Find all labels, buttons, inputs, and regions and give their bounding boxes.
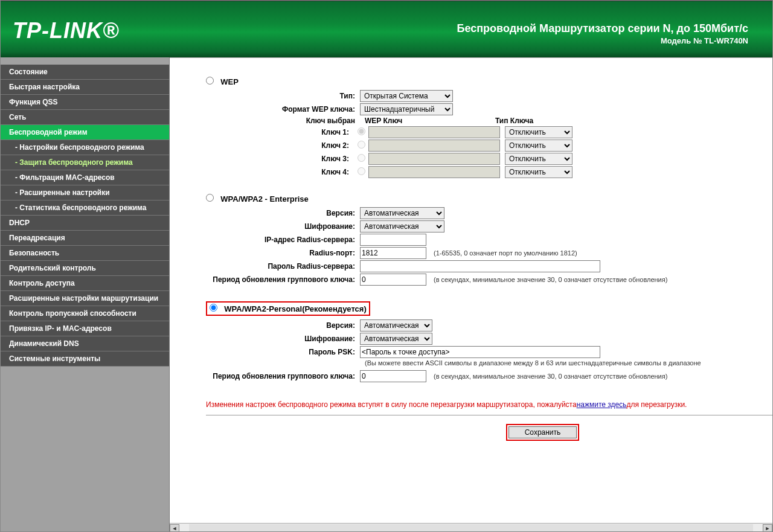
wep-type-col-header: Тип Ключа — [495, 117, 574, 125]
scroll-right-arrow-icon[interactable]: ► — [763, 524, 772, 533]
ent-version-label: Версия: — [206, 209, 360, 217]
security-mode-enterprise-label: WPA/WPA2 - Enterprise — [220, 194, 308, 204]
psk-version-label: Версия: — [206, 321, 360, 330]
sidebar-subitem-advanced[interactable]: - Расширенные настройки — [1, 185, 169, 200]
ent-group-input[interactable] — [360, 274, 426, 286]
wep-key1-label: Ключ 1: — [206, 128, 354, 136]
wep-format-select[interactable]: Шестнадцатеричный — [360, 103, 453, 115]
psk-group-input[interactable] — [360, 370, 426, 382]
psk-enc-select[interactable]: Автоматическая — [360, 333, 432, 345]
security-mode-personal-radio[interactable] — [210, 304, 217, 312]
ent-radius-port-hint: (1-65535, 0 означает порт по умолчанию 1… — [434, 249, 577, 257]
sidebar-subitem-stats[interactable]: - Статистика беспроводного режима — [1, 200, 169, 216]
sidebar-item-bandwidth[interactable]: Контроль пропускной способности — [1, 306, 169, 321]
product-headline: Беспроводной Маршрутизатор серии N, до 1… — [457, 22, 748, 35]
ent-radius-pw-input[interactable] — [360, 260, 600, 272]
ent-group-label: Период обновления группового ключа: — [206, 275, 360, 284]
psk-password-hint: (Вы можете ввести ASCII символы в диапаз… — [365, 359, 772, 367]
sidebar-subitem-wireless-settings[interactable]: - Настройки беспроводного режима — [1, 140, 169, 155]
reboot-link[interactable]: нажмите здесь — [577, 400, 627, 409]
model-number: Модель № TL-WR740N — [661, 36, 748, 45]
sidebar-item-ip-mac-binding[interactable]: Привязка IP- и MAC-адресов — [1, 321, 169, 336]
ent-radius-ip-label: IP-адрес Radius-сервера: — [206, 236, 360, 244]
sidebar-item-quick-setup[interactable]: Быстрая настройка — [1, 80, 169, 95]
ent-radius-port-label: Radius-порт: — [206, 249, 360, 257]
ent-radius-pw-label: Пароль Radius-сервера: — [206, 262, 360, 271]
horizontal-scrollbar[interactable]: ◄ ► — [170, 523, 772, 532]
sidebar-item-access-control[interactable]: Контроль доступа — [1, 276, 169, 291]
scroll-left-arrow-icon[interactable]: ◄ — [170, 524, 179, 533]
wep-key4-label: Ключ 4: — [206, 168, 354, 176]
wep-key-col-header: WEP Ключ — [360, 117, 495, 125]
wep-key2-radio[interactable] — [358, 141, 365, 149]
sidebar-item-ddns[interactable]: Динамический DNS — [1, 336, 169, 351]
wep-type-label: Тип: — [206, 92, 360, 100]
sidebar-item-forwarding[interactable]: Переадресация — [1, 231, 169, 246]
sidebar-item-qss[interactable]: Функция QSS — [1, 95, 169, 110]
wep-format-label: Формат WEP ключа: — [206, 105, 360, 114]
sidebar-item-system-tools[interactable]: Системные инструменты — [1, 351, 169, 367]
content-pane[interactable]: WEP Тип: Открытая Система Формат WEP клю… — [170, 57, 772, 532]
psk-enc-label: Шифрование: — [206, 335, 360, 343]
sidebar-item-parental[interactable]: Родительский контроль — [1, 261, 169, 276]
wep-key3-label: Ключ 3: — [206, 155, 354, 163]
ent-group-hint: (в секундах, минимальное значение 30, 0 … — [434, 276, 667, 283]
wep-key1-input[interactable] — [368, 126, 500, 138]
wep-key-selected-label: Ключ выбран — [206, 117, 360, 125]
save-button[interactable]: Сохранить — [508, 426, 577, 438]
header: TP-LINK® Беспроводной Маршрутизатор сери… — [1, 1, 772, 57]
wep-key3-radio[interactable] — [358, 154, 365, 162]
wep-key3-type-select[interactable]: Отключить — [505, 153, 573, 165]
sidebar-item-security[interactable]: Безопасность — [1, 246, 169, 261]
security-mode-wep-label: WEP — [220, 77, 239, 86]
wep-type-select[interactable]: Открытая Система — [360, 90, 453, 102]
sidebar-item-network[interactable]: Сеть — [1, 110, 169, 125]
ent-enc-label: Шифрование: — [206, 222, 360, 231]
sidebar: Состояние Быстрая настройка Функция QSS … — [1, 57, 170, 532]
sidebar-item-wireless[interactable]: Беспроводной режим — [1, 125, 169, 140]
wep-key1-type-select[interactable]: Отключить — [505, 126, 573, 138]
security-mode-personal-label: WPA/WPA2-Personal(Рекомендуется) — [224, 304, 366, 313]
brand-logo: TP-LINK® — [13, 18, 120, 43]
wep-key1-radio[interactable] — [358, 127, 365, 135]
wep-key4-radio[interactable] — [358, 167, 365, 175]
ent-enc-select[interactable]: Автоматическая — [360, 220, 444, 232]
ent-radius-ip-input[interactable] — [360, 234, 426, 246]
psk-version-select[interactable]: Автоматическая — [360, 319, 432, 332]
sidebar-item-routing[interactable]: Расширенные настройки маршрутизации — [1, 291, 169, 306]
wep-key2-type-select[interactable]: Отключить — [505, 139, 573, 152]
wep-key2-input[interactable] — [368, 139, 500, 152]
ent-version-select[interactable]: Автоматическая — [360, 207, 444, 219]
wep-key4-type-select[interactable]: Отключить — [505, 166, 573, 178]
sidebar-subitem-wireless-security[interactable]: - Защита беспроводного режима — [1, 155, 169, 170]
wep-key4-input[interactable] — [368, 166, 500, 178]
ent-radius-port-input[interactable] — [360, 247, 426, 259]
sidebar-subitem-mac-filtering[interactable]: - Фильтрация MAC-адресов — [1, 170, 169, 185]
sidebar-item-dhcp[interactable]: DHCP — [1, 216, 169, 231]
scrollbar-track[interactable] — [189, 524, 753, 533]
sidebar-item-status[interactable]: Состояние — [1, 65, 169, 80]
security-mode-wep-radio[interactable] — [206, 77, 214, 85]
wep-key2-label: Ключ 2: — [206, 141, 354, 150]
wep-key3-input[interactable] — [368, 153, 500, 165]
reboot-notice: Изменения настроек беспроводного режима … — [206, 400, 772, 409]
psk-password-label: Пароль PSK: — [206, 348, 360, 356]
psk-password-input[interactable] — [360, 346, 600, 358]
psk-group-hint: (в секундах, минимальное значение 30, 0 … — [434, 373, 667, 380]
psk-group-label: Период обновления группового ключа: — [206, 372, 360, 380]
security-mode-enterprise-radio[interactable] — [206, 194, 214, 202]
